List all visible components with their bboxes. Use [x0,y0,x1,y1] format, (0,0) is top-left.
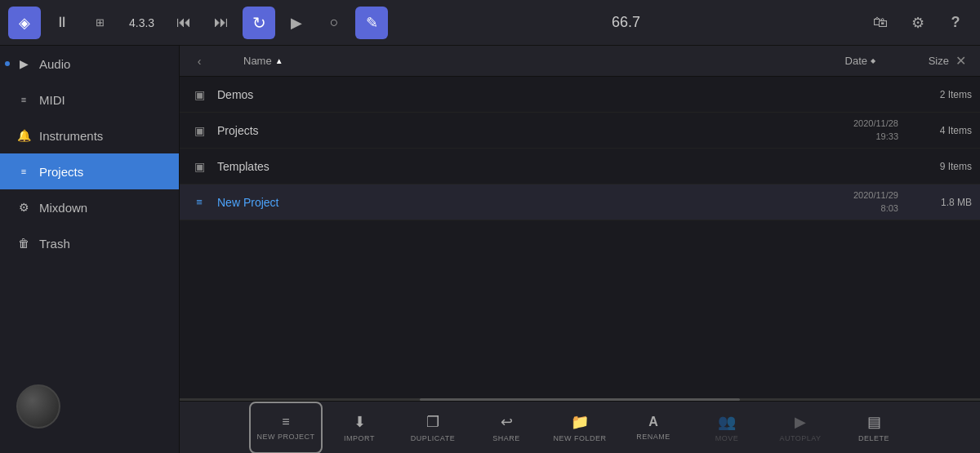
import-label: IMPORT [344,434,375,442]
help-button[interactable]: ? [939,7,972,39]
folder-icon: ▣ [188,155,211,178]
master-knob[interactable] [16,384,60,429]
new-project-label: NEW PROJECT [256,433,314,441]
sidebar-item-audio[interactable]: ▶ Audio [0,46,179,82]
logo-button[interactable]: ◈ [8,7,41,39]
tempo-display: 66.7 [604,14,648,31]
new-folder-label: NEW FOLDER [553,434,606,442]
file-name: New Project [211,196,792,209]
close-button[interactable]: ✕ [949,50,972,73]
sidebar-item-instruments[interactable]: 🔔 Instruments [0,118,179,153]
projects-label: Projects [39,165,83,179]
new-project-icon: ≡ [282,415,289,429]
mixdown-label: Mixdown [39,201,87,215]
trash-icon: 🗑 [16,237,31,250]
file-name: Templates [211,160,792,173]
column-size-label: Size [929,55,949,67]
back-button[interactable]: ‹ [188,50,211,73]
duplicate-icon: ❐ [426,413,439,431]
folder-icon: ▣ [188,119,211,142]
file-row[interactable]: ▣ Demos 2 Items [180,77,980,113]
column-name-label: Name [243,55,272,67]
file-size: 2 Items [898,89,972,100]
delete-button[interactable]: ▤ DELETE [837,402,911,454]
move-icon: 👥 [718,413,736,431]
mixer-button[interactable]: ⊞ [83,7,116,39]
file-name: Demos [211,88,792,101]
pencil-button[interactable]: ✎ [355,7,388,39]
settings-button[interactable]: ⚙ [902,7,934,39]
name-sort-arrow[interactable]: ▲ [275,56,283,65]
folder-icon: ▣ [188,83,211,106]
sidebar-bottom [0,261,179,453]
file-row[interactable]: ▣ Templates 9 Items [180,149,980,184]
content-header: ‹ Name ▲ Date ◆ Size ✕ [180,46,980,77]
rewind-button[interactable]: ⏮ [167,7,200,39]
pause-button[interactable]: ⏸ [46,7,78,39]
delete-label: DELETE [858,434,889,442]
import-button[interactable]: ⬇ IMPORT [323,402,396,454]
cart-button[interactable]: 🛍 [864,7,897,39]
play-button[interactable]: ▶ [280,7,313,39]
main-layout: ▶ Audio ≡ MIDI 🔔 Instruments ≡ Projects … [0,46,980,453]
midi-icon: ≡ [16,95,31,104]
projects-icon: ≡ [16,167,31,176]
midi-label: MIDI [39,93,65,107]
share-icon: ↩ [501,413,513,431]
rename-label: RENAME [636,433,670,441]
file-date: 2020/11/298:03 [792,189,898,215]
column-name-header: Name ▲ [211,55,769,67]
share-button[interactable]: ↩ SHARE [470,402,543,454]
mixdown-icon: ⚙ [16,201,31,214]
delete-icon: ▤ [867,413,881,431]
audio-icon: ▶ [16,57,31,70]
column-date-label: Date [845,55,867,67]
column-date-header: Date ◆ [769,55,875,67]
share-label: SHARE [492,434,520,442]
file-size: 1.8 MB [898,197,972,208]
autoplay-label: AUTOPLAY [779,434,821,442]
audio-dot [5,61,10,66]
file-date: 2020/11/2819:33 [792,118,898,143]
file-size: 9 Items [898,161,972,172]
file-row[interactable]: ▣ Projects 2020/11/2819:33 4 Items [180,113,980,149]
new-folder-button[interactable]: 📁 NEW FOLDER [543,402,617,454]
bottom-toolbar: ≡ NEW PROJECT ⬇ IMPORT ❐ DUPLICATE ↩ SHA… [180,401,980,453]
file-list: ▣ Demos 2 Items ▣ Projects 2020/11/2819:… [180,77,980,398]
record-button[interactable]: ○ [318,7,350,39]
audio-label: Audio [39,57,70,71]
rename-button[interactable]: A RENAME [617,402,690,454]
autoplay-icon: ▶ [795,413,806,431]
new-folder-icon: 📁 [571,413,589,431]
scroll-indicator [180,398,980,401]
import-icon: ⬇ [354,413,366,431]
sidebar-item-trash[interactable]: 🗑 Trash [0,225,179,261]
content-area: ‹ Name ▲ Date ◆ Size ✕ ▣ Demos 2 Items [180,46,980,453]
sidebar-item-projects[interactable]: ≡ Projects [0,153,179,189]
autoplay-button: ▶ AUTOPLAY [764,402,837,454]
version-label: 4.3.3 [121,16,163,29]
rename-icon: A [648,415,658,429]
new-project-button[interactable]: ≡ NEW PROJECT [249,402,323,454]
loop-button[interactable]: ↻ [243,7,275,39]
sidebar-item-midi[interactable]: ≡ MIDI [0,82,179,118]
instruments-label: Instruments [39,129,103,143]
file-size: 4 Items [898,125,972,136]
sidebar-item-mixdown[interactable]: ⚙ Mixdown [0,189,179,225]
column-size-header: Size [875,55,949,67]
move-button: 👥 MOVE [690,402,764,454]
duplicate-button[interactable]: ❐ DUPLICATE [396,402,470,454]
scroll-thumb[interactable] [420,398,740,401]
file-row[interactable]: ≡ New Project 2020/11/298:03 1.8 MB [180,184,980,220]
skip-button[interactable]: ⏭ [205,7,238,39]
instruments-icon: 🔔 [16,129,31,142]
sidebar: ▶ Audio ≡ MIDI 🔔 Instruments ≡ Projects … [0,46,180,453]
duplicate-label: DUPLICATE [411,434,455,442]
main-toolbar: ◈ ⏸ ⊞ 4.3.3 ⏮ ⏭ ↻ ▶ ○ ✎ 66.7 🛍 ⚙ ? [0,0,980,46]
trash-label: Trash [39,237,70,251]
file-name: Projects [211,124,792,137]
move-label: MOVE [715,434,739,442]
project-file-icon: ≡ [188,191,211,214]
